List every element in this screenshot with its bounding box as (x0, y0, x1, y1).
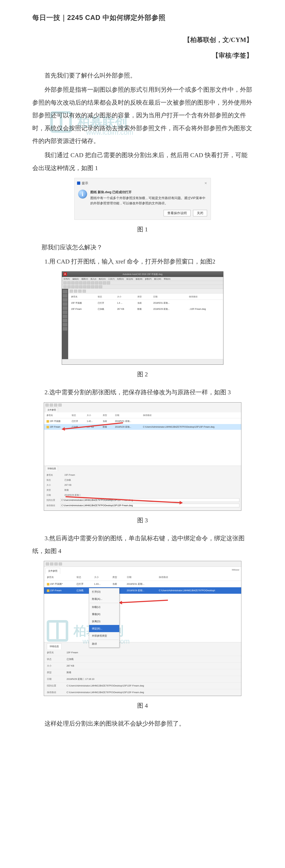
col-path[interactable]: 保存路径 (187, 294, 223, 300)
saved-path-input[interactable] (60, 504, 239, 507)
col-name[interactable]: 参照名 (44, 574, 74, 581)
tab-file-refs[interactable]: 文件参照 (46, 568, 60, 574)
col-name[interactable]: 参照名 (44, 412, 69, 418)
toolbar-icon[interactable] (71, 285, 75, 288)
menu-dim[interactable]: 标注(N) (126, 277, 133, 281)
panel-toolbar-icon[interactable] (70, 290, 73, 292)
toolbar-icon[interactable] (99, 281, 102, 284)
menu-reload[interactable]: 重载(R) (89, 611, 119, 618)
toolbar-icon[interactable] (46, 404, 49, 406)
detail-key: 类型 (44, 669, 64, 676)
toolbar-icon[interactable] (95, 281, 98, 284)
toolbar-icon[interactable] (75, 281, 79, 284)
toolbar-icon[interactable] (99, 285, 102, 288)
menu-xreftype[interactable]: 外部参照类型 (89, 632, 119, 639)
menu-tools[interactable]: 工具(T) (108, 277, 115, 281)
toolbar-icon[interactable] (46, 562, 49, 565)
toolbar-icon[interactable] (59, 562, 62, 565)
tab-detail[interactable]: 详细信息 (46, 466, 58, 471)
detail-value: 15F-Fream (64, 649, 241, 656)
toolbar-icon[interactable] (50, 562, 53, 565)
close-button[interactable]: 关闭 (193, 210, 207, 216)
col-type[interactable]: 类型 (100, 412, 112, 418)
toolbar-icon[interactable] (63, 281, 67, 284)
panel-toolbar-icon[interactable] (78, 290, 82, 292)
menu-modify[interactable]: 修改(M) (136, 277, 143, 281)
table-row[interactable]: 15F-Fream已加载267 KB附着2018/5/29 星期.....\15… (68, 306, 223, 312)
toolbar-icon[interactable] (83, 285, 86, 288)
menu-edit[interactable]: 编辑(E) (73, 277, 79, 281)
menu-param[interactable]: 参数(P) (145, 277, 151, 281)
menu-view[interactable]: 视图(V) (81, 277, 88, 281)
toolbar-icon[interactable] (95, 285, 98, 288)
toolbar-icon[interactable] (54, 404, 57, 406)
menu-window[interactable]: 窗口(W) (154, 277, 161, 281)
toolbar-icon[interactable] (91, 281, 94, 284)
col-status[interactable]: 状态 (74, 574, 91, 581)
col-status[interactable]: 状态 (95, 294, 114, 300)
table-row-selected[interactable]: 15F-Fream 已加载267 KB附着2018/5/29 星期...C:\U… (44, 587, 241, 594)
menu-unload[interactable]: 卸载(U) (89, 603, 119, 611)
col-date[interactable]: 日期 (124, 574, 156, 581)
col-size[interactable]: 大小 (84, 412, 100, 418)
toolbar-icon[interactable] (58, 404, 62, 406)
menu-path[interactable]: 路径 (89, 640, 119, 647)
dialog-title: 提示 (82, 180, 88, 186)
toolbar-icon[interactable] (63, 285, 67, 288)
col-name[interactable]: 参照名 (68, 294, 95, 300)
col-type[interactable]: 类型 (110, 574, 124, 581)
menu-detach[interactable]: 拆离(D) (89, 618, 119, 625)
table-row-selected[interactable]: 15F-Fream 已加载267 KB附着2018/5/29 星期...C:\U… (44, 424, 241, 430)
table-row[interactable]: 15F-平面图* 已打开1.43...当前2018/5/31 星期... (44, 581, 241, 587)
detail-value: 15F-Fream (64, 473, 75, 477)
toolbar-icon[interactable] (67, 285, 70, 288)
detail-key: 保存路径 (47, 503, 59, 508)
toolbar-icon[interactable] (67, 281, 70, 284)
menu-bind[interactable]: 绑定(B)... (89, 625, 119, 632)
toolbar-icon[interactable] (103, 281, 106, 284)
view-instructions-button[interactable]: 查看操作说明 (164, 210, 191, 216)
toolbar-icon[interactable] (83, 281, 86, 284)
tab-file-refs[interactable]: 文件参照 (46, 407, 58, 412)
col-date[interactable]: 日期 (112, 412, 140, 418)
menu-insert[interactable]: 插入(I) (90, 277, 96, 281)
menu-draw[interactable]: 绘图(D) (117, 277, 124, 281)
col-path[interactable]: 保存路径 (140, 412, 241, 418)
col-type[interactable]: 类型 (135, 294, 150, 300)
menu-open[interactable]: 打开(O) (89, 588, 119, 595)
panel-toolbar-icon[interactable] (74, 290, 77, 292)
paragraph-conclusion: 这样处理后分割出来的图块就不会缺少外部参照了。 (32, 717, 253, 730)
context-menu: 打开(O) 附着(A)... 卸载(U) 重载(R) 拆离(D) 绑定(B)..… (89, 588, 119, 648)
close-icon[interactable]: × (203, 181, 208, 185)
tab-detail[interactable]: 详细信息 (47, 644, 62, 649)
toolbar-icon[interactable] (79, 281, 82, 284)
col-size[interactable]: 大小 (115, 294, 135, 300)
info-icon: i (78, 190, 87, 198)
detail-key: 类型 (47, 488, 59, 492)
col-path[interactable]: 保存路径 (156, 574, 241, 581)
table-row[interactable]: 15F-平面图 已打开1.42...当前2018/5/31 星期... (44, 418, 241, 424)
toolbar-icon[interactable] (107, 281, 110, 284)
panel-toolbar: hhhzzz (44, 561, 241, 567)
col-status[interactable]: 状态 (69, 412, 84, 418)
toolbar-icon[interactable] (75, 285, 79, 288)
figure-3-caption: 图 3 (32, 514, 253, 526)
detail-key: 大小 (47, 483, 59, 487)
toolbar-icon[interactable] (54, 562, 58, 565)
toolbar-icon[interactable] (50, 404, 53, 406)
menu-format[interactable]: 格式(O) (99, 277, 106, 281)
col-date[interactable]: 日期 (151, 294, 186, 300)
col-size[interactable]: 大小 (91, 574, 110, 581)
panel-toolbar-icon[interactable] (83, 290, 86, 292)
table-row[interactable]: 15F-平面图已打开1.4 ...当前2018/5/31 星期... (68, 300, 223, 306)
toolbar-icon[interactable] (87, 281, 90, 284)
toolbar-icon[interactable] (71, 281, 75, 284)
figure-3-window: 文件参照 参照名 状态 大小 类型 日期 保存路径 15F-平面图 已打开1.4… (44, 402, 241, 511)
dialog-desc-text: 图纸中有一个或多个外部参照没有加载，可能是文件路径有问题。通过VIP菜单中的外部… (90, 195, 207, 206)
menu-file[interactable]: 文件(F) (63, 277, 70, 281)
toolbar-icon[interactable] (91, 285, 94, 288)
menu-attach[interactable]: 附着(A)... (89, 595, 119, 602)
toolbar-icon[interactable] (79, 285, 82, 288)
toolbar-icon[interactable] (87, 285, 90, 288)
menu-help[interactable]: 帮助(H) (164, 277, 170, 281)
